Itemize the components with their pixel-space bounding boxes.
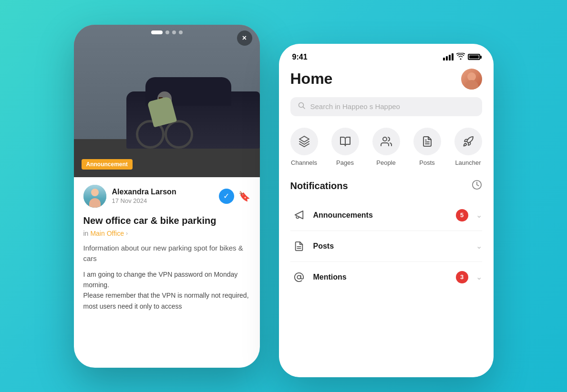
nav-item-posts[interactable]: Posts bbox=[413, 128, 441, 166]
bookmark-button[interactable]: 🔖 bbox=[239, 190, 250, 203]
post-content: Alexandra Larson 17 Nov 2024 ✓ 🔖 New off… bbox=[74, 177, 260, 320]
wifi-icon bbox=[456, 53, 465, 61]
channel-prefix: in bbox=[83, 230, 89, 237]
post-author: Alexandra Larson 17 Nov 2024 ✓ 🔖 bbox=[83, 185, 250, 208]
user-avatar-inner bbox=[461, 69, 482, 90]
notification-posts[interactable]: Posts ⌄ bbox=[290, 231, 482, 262]
channels-label: Channels bbox=[291, 159, 317, 166]
notifications-title: Notifications bbox=[290, 181, 348, 191]
search-icon bbox=[298, 102, 306, 111]
post-actions: ✓ 🔖 bbox=[219, 189, 250, 204]
nav-item-channels[interactable]: Channels bbox=[290, 128, 318, 166]
announcements-label: Announcements bbox=[313, 211, 450, 220]
pill-1 bbox=[151, 30, 163, 34]
home-header: Home bbox=[290, 69, 482, 90]
mentions-chevron: ⌄ bbox=[476, 272, 482, 281]
post-body: I am going to change the VPN password on… bbox=[83, 269, 250, 312]
pill-3 bbox=[172, 30, 176, 34]
launcher-label: Launcher bbox=[455, 159, 481, 166]
people-label: People bbox=[376, 159, 395, 166]
signal-bars-icon bbox=[443, 53, 454, 60]
user-avatar-body bbox=[465, 80, 478, 90]
rider-jacket bbox=[147, 96, 177, 127]
avatar-head bbox=[91, 189, 99, 196]
battery-fill bbox=[469, 55, 479, 59]
left-phone: Announcement × bbox=[74, 25, 260, 368]
launcher-icon bbox=[454, 128, 482, 155]
status-icons bbox=[443, 53, 480, 61]
battery-icon bbox=[468, 54, 480, 60]
posts-chevron: ⌄ bbox=[476, 241, 482, 251]
home-content: Home S bbox=[279, 69, 494, 292]
status-bar: 9:41 bbox=[279, 44, 494, 65]
right-phone: 9:41 bbox=[279, 44, 494, 377]
nav-item-launcher[interactable]: Launcher bbox=[454, 128, 482, 166]
channel-link[interactable]: Main Office bbox=[90, 230, 124, 237]
close-button[interactable]: × bbox=[237, 30, 252, 46]
avatar-body bbox=[89, 198, 101, 208]
cyclist bbox=[136, 72, 193, 149]
nav-item-pages[interactable]: Pages bbox=[331, 128, 359, 166]
signal-bar-3 bbox=[449, 55, 451, 60]
announcement-badge: Announcement bbox=[82, 159, 133, 170]
signal-bar-1 bbox=[443, 58, 445, 60]
mentions-label: Mentions bbox=[313, 273, 450, 281]
avatar bbox=[83, 185, 106, 208]
svg-point-1 bbox=[383, 137, 387, 141]
notification-announcements[interactable]: Announcements 5 ⌄ bbox=[290, 200, 482, 231]
notification-mentions[interactable]: Mentions 3 ⌄ bbox=[290, 262, 482, 292]
mentions-badge: 3 bbox=[456, 271, 468, 283]
right-phone-inner: 9:41 bbox=[279, 44, 494, 377]
hero-image: Announcement × bbox=[74, 25, 260, 177]
post-body-line2: Please remember that the VPN is normally… bbox=[83, 290, 250, 312]
posts-notif-label: Posts bbox=[313, 242, 468, 251]
rider-body bbox=[145, 91, 184, 134]
file-icon bbox=[290, 238, 308, 255]
announcements-badge: 5 bbox=[456, 209, 468, 221]
notifications-header: Notifications bbox=[290, 180, 482, 192]
people-icon bbox=[372, 128, 400, 155]
author-name: Alexandra Larson bbox=[112, 188, 213, 196]
post-channel: in Main Office › bbox=[83, 230, 250, 237]
pages-label: Pages bbox=[336, 159, 354, 166]
posts-icon bbox=[413, 128, 441, 155]
user-avatar[interactable] bbox=[461, 69, 482, 90]
announcements-chevron: ⌄ bbox=[476, 211, 482, 220]
signal-bar-2 bbox=[446, 56, 448, 60]
signal-bar-4 bbox=[452, 53, 454, 60]
search-placeholder: Search in Happeo s Happeo bbox=[310, 102, 400, 111]
phones-container: Announcement × bbox=[74, 15, 494, 377]
at-sign-icon bbox=[290, 269, 308, 286]
pill-4 bbox=[179, 30, 183, 34]
author-info: Alexandra Larson 17 Nov 2024 bbox=[112, 188, 213, 204]
quick-nav: Channels Pages bbox=[290, 128, 482, 166]
pill-2 bbox=[165, 30, 169, 34]
search-bar[interactable]: Search in Happeo s Happeo bbox=[290, 97, 482, 116]
home-title: Home bbox=[290, 70, 333, 88]
indicator-pills bbox=[151, 30, 183, 34]
channel-chevron: › bbox=[126, 230, 128, 237]
pages-icon bbox=[331, 128, 359, 155]
author-date: 17 Nov 2024 bbox=[112, 197, 213, 204]
post-body-line1: I am going to change the VPN password on… bbox=[83, 269, 250, 291]
channels-icon bbox=[290, 128, 318, 155]
notifications-section: Notifications bbox=[290, 180, 482, 292]
status-time: 9:41 bbox=[292, 53, 308, 61]
check-button[interactable]: ✓ bbox=[219, 189, 234, 204]
history-icon[interactable] bbox=[472, 180, 482, 192]
svg-point-7 bbox=[297, 275, 300, 279]
avatar-inner bbox=[83, 185, 106, 208]
post-excerpt: Information about our new parking spot f… bbox=[83, 243, 250, 264]
posts-label: Posts bbox=[419, 159, 435, 166]
megaphone-icon bbox=[290, 207, 308, 224]
post-title: New office car & bike parking bbox=[83, 214, 250, 227]
nav-item-people[interactable]: People bbox=[372, 128, 400, 166]
hero-scene: Announcement bbox=[74, 25, 260, 177]
